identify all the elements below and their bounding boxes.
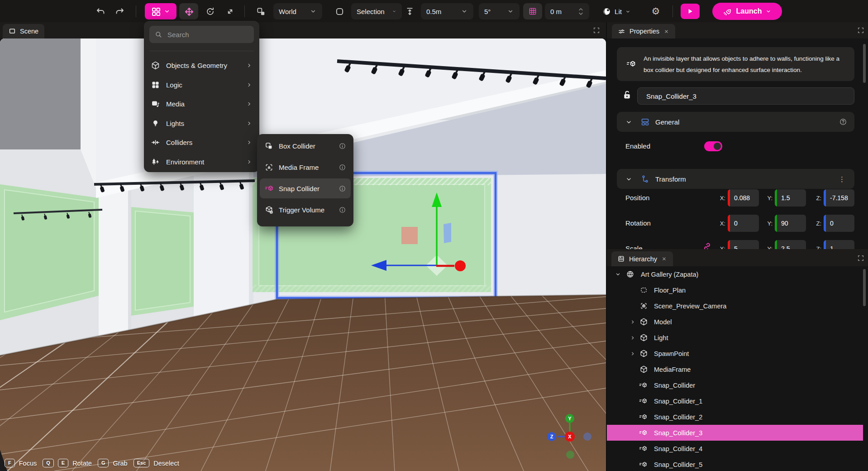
axis-neg-z-ball[interactable]	[583, 433, 591, 441]
grid-step-dropdown[interactable]: 0.5m	[421, 3, 473, 19]
rotation-y-field[interactable]: 90	[775, 215, 806, 232]
chevron-down-icon[interactable]	[625, 118, 633, 126]
chevron-right-icon[interactable]	[630, 335, 636, 341]
tree-item-snap-collider-2[interactable]: Snap_Collider_2	[607, 409, 863, 425]
scale-x-field[interactable]: 5	[728, 240, 759, 249]
tab-scene[interactable]: Scene	[3, 24, 44, 38]
chevron-down-icon[interactable]	[625, 175, 633, 183]
add-object-button[interactable]	[145, 3, 176, 19]
tree-item-snap-collider-5[interactable]: Snap_Collider_5	[607, 457, 863, 471]
tree-item-mediaframe[interactable]: MediaFrame	[607, 361, 863, 377]
axis-y-label: Y	[568, 416, 572, 421]
rotate-tool-button[interactable]	[202, 4, 218, 19]
info-icon[interactable]	[339, 185, 346, 192]
submenu-item-box-collider[interactable]: Box Collider	[260, 135, 351, 157]
transform-section-header[interactable]: Transform ⋮	[617, 169, 854, 189]
tree-item-model[interactable]: Model	[607, 314, 863, 330]
tree-item-snap-collider[interactable]: Snap_Collider	[607, 377, 863, 393]
settings-button[interactable]: ⚙	[648, 4, 663, 19]
submenu-item-trigger-volume[interactable]: Trigger Volume	[260, 199, 351, 221]
gizmo-plane-handle-blue[interactable]	[444, 223, 451, 243]
tab-hierarchy[interactable]: Hierarchy	[611, 251, 673, 266]
rotation-x-field[interactable]: 0	[728, 215, 759, 232]
shading-mode-dropdown[interactable]: Lit	[599, 4, 634, 19]
close-icon[interactable]	[661, 256, 667, 262]
enabled-toggle[interactable]	[704, 141, 722, 151]
world-space-dropdown[interactable]: World	[273, 3, 322, 19]
axis-neg-y-ball[interactable]	[566, 451, 574, 459]
grid-toggle-button[interactable]	[523, 3, 542, 19]
submenu-item-media-frame[interactable]: Media Frame	[260, 157, 351, 178]
surface-snap-button[interactable]	[402, 4, 417, 19]
tree-item-scene-preview-camera[interactable]: Scene_Preview_Camera	[607, 298, 863, 314]
chevron-right-icon[interactable]	[630, 351, 636, 357]
tree-item-snap-collider-4[interactable]: Snap_Collider_4	[607, 441, 863, 457]
position-y-field[interactable]: 1.5	[775, 189, 806, 207]
position-z-field[interactable]: -7.158	[824, 189, 854, 207]
close-icon[interactable]	[663, 29, 669, 34]
hierarchy-scrollbar[interactable]	[863, 269, 866, 306]
search-icon	[154, 30, 162, 38]
expand-icon[interactable]	[857, 255, 864, 262]
frame-selection-button[interactable]	[331, 4, 348, 19]
lock-icon[interactable]	[621, 89, 633, 101]
viewport-canvas[interactable]: Y Z X F Focus Q E Rotate G Grab Esc Dese…	[0, 38, 606, 471]
keyboard-hints: F Focus Q E Rotate G Grab Esc Deselect	[5, 459, 181, 467]
menu-item-environment[interactable]: Environment	[147, 152, 257, 171]
scale-z-field[interactable]: 1	[824, 240, 854, 249]
menu-item-objects-geometry[interactable]: Objects & Geometry	[147, 56, 257, 75]
menu-item-media[interactable]: Media	[147, 94, 257, 113]
help-icon[interactable]	[839, 118, 847, 126]
tree-item-snap-collider-3[interactable]: Snap_Collider_3	[607, 425, 863, 441]
general-section-header[interactable]: General	[617, 112, 854, 132]
properties-body: An invisible layer that allows objects t…	[607, 38, 868, 249]
tree-item-snap-collider-1[interactable]: Snap_Collider_1	[607, 393, 863, 409]
pivot-mode-dropdown[interactable]: Selection	[351, 3, 402, 19]
tree-item-floor-plan[interactable]: Floor_Plan	[607, 282, 863, 298]
info-icon[interactable]	[339, 206, 346, 214]
position-label: Position	[625, 194, 649, 202]
copy-transform-button[interactable]	[253, 4, 269, 19]
expand-icon[interactable]	[857, 27, 864, 34]
key-g: G	[98, 459, 109, 467]
properties-scrollbar[interactable]	[863, 44, 866, 83]
position-x-field[interactable]: 0.088	[728, 189, 759, 207]
menu-item-colliders[interactable]: Colliders	[147, 133, 257, 152]
tree-item-art-gallery[interactable]: Art Gallery (Zapata)	[607, 266, 863, 282]
submenu-item-snap-collider[interactable]: Snap Collider	[260, 178, 351, 198]
stepper-up-icon[interactable]	[578, 7, 584, 11]
expand-icon[interactable]	[593, 27, 600, 34]
menu-item-lights[interactable]: Lights	[147, 114, 257, 133]
undo-icon	[95, 6, 106, 17]
stepper-down-icon[interactable]	[578, 12, 584, 16]
cube-icon	[639, 317, 648, 326]
redo-button[interactable]	[112, 4, 128, 19]
chevron-down-icon[interactable]	[615, 271, 621, 278]
object-name-field[interactable]: Snap_Collider_3	[637, 87, 854, 105]
search-box[interactable]	[149, 26, 254, 43]
info-icon[interactable]	[339, 163, 346, 171]
rotation-z-field[interactable]: 0	[824, 215, 854, 232]
scale-tool-button[interactable]	[222, 4, 238, 19]
chevron-right-icon[interactable]	[630, 319, 636, 325]
gizmo-plane-handle-red[interactable]	[401, 227, 418, 244]
tab-properties[interactable]: Properties	[612, 24, 675, 38]
search-input[interactable]	[167, 30, 241, 39]
tree-item-light[interactable]: Light	[607, 330, 863, 346]
tree-item-spawnpoint[interactable]: SpawnPoint	[607, 346, 863, 361]
menu-item-logic[interactable]: Logic	[147, 75, 257, 94]
chevron-down-icon	[163, 8, 171, 15]
gizmo-x-handle[interactable]	[455, 260, 466, 271]
kebab-menu-icon[interactable]: ⋮	[839, 178, 845, 180]
scale-y-field[interactable]: 2.5	[775, 240, 806, 249]
play-button[interactable]	[681, 4, 700, 19]
info-icon[interactable]	[339, 142, 346, 150]
link-scale-icon[interactable]	[702, 242, 712, 249]
globe-icon	[626, 270, 634, 279]
add-object-menu: Objects & Geometry Logic Media Lights Co…	[144, 21, 259, 172]
height-offset-stepper[interactable]: 0 m	[545, 3, 589, 19]
launch-button[interactable]: Launch	[712, 3, 782, 20]
angle-step-dropdown[interactable]: 5°	[479, 3, 520, 19]
move-tool-button[interactable]	[179, 3, 198, 19]
undo-button[interactable]	[93, 4, 108, 19]
